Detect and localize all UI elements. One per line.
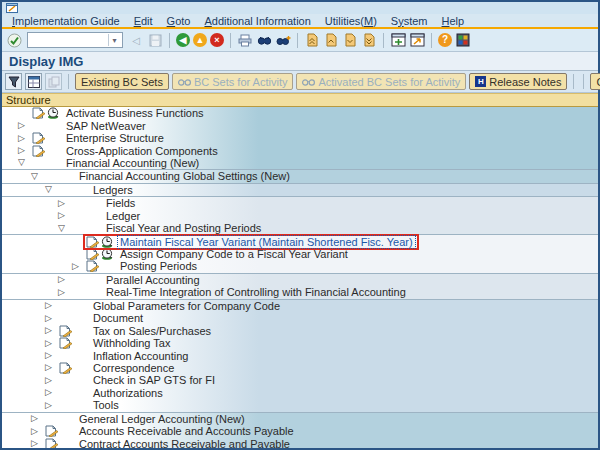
tree-row-fields[interactable]: ▷Fields xyxy=(2,197,598,209)
tree-row-label[interactable]: Enterprise Structure xyxy=(64,132,166,144)
tree-row-authorizations[interactable]: ▷Authorizations xyxy=(2,387,598,399)
tree-row-posting-periods[interactable]: ▷Posting Periods xyxy=(2,260,598,273)
collapse-node-icon[interactable]: ▽ xyxy=(31,172,44,181)
expand-node-icon[interactable]: ▷ xyxy=(45,339,58,348)
menu-item-additional-information[interactable]: Additional Information xyxy=(204,15,310,27)
filter-button[interactable] xyxy=(5,73,22,90)
menu-item-help[interactable]: Help xyxy=(442,15,465,27)
tree-row-label[interactable]: Activate Business Functions xyxy=(64,107,206,119)
img-documentation-icon[interactable] xyxy=(31,132,46,144)
create-shortcut-icon[interactable] xyxy=(409,32,425,48)
expand-node-icon[interactable]: ▷ xyxy=(45,401,58,410)
release-notes-button[interactable]: HRelease Notes xyxy=(469,73,567,90)
tree-row-label[interactable]: Tax on Sales/Purchases xyxy=(91,325,213,337)
exit-icon[interactable]: ▲ xyxy=(193,33,207,47)
expand-node-icon[interactable]: ▷ xyxy=(45,314,58,323)
tree-row-maintain-fiscal-year-variant-maintain-shortened-fisc-year[interactable]: Maintain Fiscal Year Variant (Maintain S… xyxy=(2,235,598,247)
expand-node-icon[interactable]: ▷ xyxy=(45,388,58,397)
find-next-icon[interactable] xyxy=(275,32,291,48)
display-views-button[interactable] xyxy=(25,73,42,90)
tree-row-assign-company-code-to-a-fiscal-year-variant[interactable]: Assign Company Code to a Fiscal Year Var… xyxy=(2,248,598,260)
expand-node-icon[interactable]: ▷ xyxy=(72,262,85,271)
tree-row-financial-accounting-new[interactable]: ▽Financial Accounting (New) xyxy=(2,157,598,170)
img-documentation-icon[interactable] xyxy=(58,337,73,349)
tree-row-general-ledger-accounting-new[interactable]: ▷General Ledger Accounting (New) xyxy=(2,413,598,425)
command-input[interactable] xyxy=(28,34,108,46)
collapse-node-icon[interactable]: ▽ xyxy=(45,185,58,194)
menu-item-system[interactable]: System xyxy=(391,15,428,27)
find-icon[interactable] xyxy=(256,32,272,48)
tree-row-sap-netweaver[interactable]: ▷SAP NetWeaver xyxy=(2,119,598,131)
expand-node-icon[interactable]: ▷ xyxy=(58,211,71,220)
new-session-icon[interactable] xyxy=(390,32,406,48)
tree-row-enterprise-structure[interactable]: ▷Enterprise Structure xyxy=(2,132,598,144)
enter-icon[interactable] xyxy=(6,32,22,48)
tree-row-label[interactable]: Posting Periods xyxy=(118,260,199,272)
tree-row-label[interactable]: General Ledger Accounting (New) xyxy=(77,413,247,425)
tree-row-check-in-sap-gts-for-fi[interactable]: ▷Check in SAP GTS for FI xyxy=(2,374,598,386)
print-icon[interactable] xyxy=(237,32,253,48)
expand-node-icon[interactable]: ▷ xyxy=(31,414,44,423)
tree-row-withholding-tax[interactable]: ▷Withholding Tax xyxy=(2,337,598,349)
command-history-icon[interactable]: ▾ xyxy=(108,34,120,46)
collapse-field-icon[interactable]: ◁ xyxy=(128,32,144,48)
tree-row-label[interactable]: Fields xyxy=(104,197,137,209)
first-page-icon[interactable] xyxy=(304,32,320,48)
tree-row-label[interactable]: Ledger xyxy=(104,210,142,222)
img-documentation-icon[interactable] xyxy=(85,260,100,272)
expand-node-icon[interactable]: ▷ xyxy=(45,363,58,372)
tree-row-label[interactable]: Global Parameters for Company Code xyxy=(91,300,282,312)
menu-item-edit[interactable]: Edit xyxy=(134,15,153,27)
change-log-button[interactable]: Change Log xyxy=(590,73,600,90)
img-documentation-icon[interactable] xyxy=(85,236,100,248)
expand-node-icon[interactable]: ▷ xyxy=(58,199,71,208)
img-documentation-icon[interactable] xyxy=(31,107,46,119)
cancel-icon[interactable]: × xyxy=(210,33,224,47)
tree-row-financial-accounting-global-settings-new[interactable]: ▽Financial Accounting Global Settings (N… xyxy=(2,170,598,183)
copy-button[interactable] xyxy=(45,73,62,90)
tree-row-inflation-accounting[interactable]: ▷Inflation Accounting xyxy=(2,349,598,361)
img-documentation-icon[interactable] xyxy=(85,248,100,260)
tree-row-label[interactable]: Fiscal Year and Posting Periods xyxy=(104,222,263,234)
img-activity-icon[interactable] xyxy=(100,248,115,260)
tree-row-correspondence[interactable]: ▷Correspondence xyxy=(2,362,598,374)
expand-node-icon[interactable]: ▷ xyxy=(58,275,71,284)
tree-row-label[interactable]: Document xyxy=(91,312,145,324)
tree-row-cross-application-components[interactable]: ▷Cross-Application Components xyxy=(2,144,598,156)
tree-row-label[interactable]: Contract Accounts Receivable and Payable xyxy=(77,438,292,448)
tree-row-tools[interactable]: ▷Tools xyxy=(2,399,598,412)
bc-sets-for-activity-button[interactable]: BC Sets for Activity xyxy=(172,73,294,90)
tree-row-tax-on-sales-purchases[interactable]: ▷Tax on Sales/Purchases xyxy=(2,324,598,336)
menu-item-goto[interactable]: Goto xyxy=(167,15,191,27)
tree-row-accounts-receivable-and-accounts-payable[interactable]: ▷Accounts Receivable and Accounts Payabl… xyxy=(2,425,598,437)
back-icon[interactable]: ◀ xyxy=(176,33,190,47)
expand-node-icon[interactable]: ▷ xyxy=(58,288,71,297)
tree-row-label[interactable]: SAP NetWeaver xyxy=(64,120,148,132)
tree-row-label[interactable]: Accounts Receivable and Accounts Payable xyxy=(77,425,296,437)
expand-node-icon[interactable]: ▷ xyxy=(45,351,58,360)
expand-node-icon[interactable]: ▷ xyxy=(18,121,31,130)
tree-row-parallel-accounting[interactable]: ▷Parallel Accounting xyxy=(2,274,598,286)
tree-row-ledgers[interactable]: ▽Ledgers xyxy=(2,184,598,197)
existing-bc-sets-button[interactable]: Existing BC Sets xyxy=(75,73,169,90)
tree-row-label[interactable]: Parallel Accounting xyxy=(104,274,202,286)
img-documentation-icon[interactable] xyxy=(58,325,73,337)
tree-row-label[interactable]: Financial Accounting Global Settings (Ne… xyxy=(77,170,292,182)
help-icon[interactable]: ? xyxy=(438,33,452,47)
save-icon[interactable] xyxy=(147,32,163,48)
expand-node-icon[interactable]: ▷ xyxy=(45,301,58,310)
tree-row-label[interactable]: Check in SAP GTS for FI xyxy=(91,374,217,386)
tree-row-activate-business-functions[interactable]: Activate Business Functions xyxy=(2,107,598,119)
tree-row-label[interactable]: Inflation Accounting xyxy=(91,350,190,362)
tree-row-label[interactable]: Cross-Application Components xyxy=(64,145,220,157)
tree-row-label[interactable]: Withholding Tax xyxy=(91,337,172,349)
tree-row-ledger[interactable]: ▷Ledger xyxy=(2,210,598,222)
collapse-node-icon[interactable]: ▽ xyxy=(58,224,71,233)
menu-item-implementation-guide[interactable]: Implementation Guide xyxy=(12,15,120,27)
expand-node-icon[interactable]: ▷ xyxy=(45,376,58,385)
activated-bc-sets-for-activity-button[interactable]: Activated BC Sets for Activity xyxy=(296,73,466,90)
tree-row-real-time-integration-of-controlling-with-financial-accounting[interactable]: ▷Real-Time Integration of Controlling wi… xyxy=(2,286,598,299)
tree-row-label[interactable]: Assign Company Code to a Fiscal Year Var… xyxy=(118,248,350,260)
tree-row-label[interactable]: Real-Time Integration of Controlling wit… xyxy=(104,286,408,298)
customize-layout-icon[interactable] xyxy=(455,32,471,48)
